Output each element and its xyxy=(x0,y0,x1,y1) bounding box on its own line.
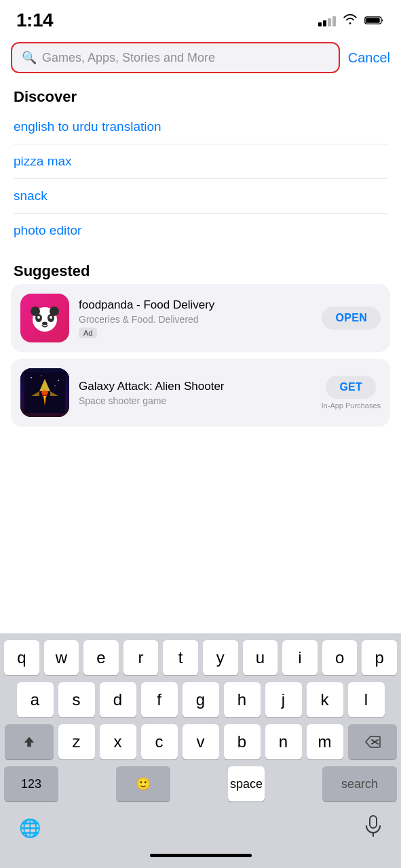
key-k[interactable]: k xyxy=(307,682,343,717)
list-item[interactable]: english to urdu translation xyxy=(14,110,387,144)
emoji-icon: 🙂 xyxy=(136,776,151,791)
search-key[interactable]: search xyxy=(322,766,397,802)
status-icons xyxy=(318,13,385,28)
key-z[interactable]: z xyxy=(58,724,95,760)
get-button-galaxy[interactable]: GET xyxy=(326,376,376,399)
key-u[interactable]: u xyxy=(243,640,278,675)
svg-point-7 xyxy=(37,316,40,319)
key-l[interactable]: l xyxy=(348,682,385,717)
key-row-3: z x c v b n m xyxy=(4,724,397,760)
svg-point-9 xyxy=(42,322,47,326)
home-bar xyxy=(150,854,252,857)
delete-key[interactable] xyxy=(348,724,397,760)
app-desc-foodpanda: Groceries & Food. Delivered xyxy=(79,314,312,325)
globe-icon[interactable]: 🌐 xyxy=(19,818,41,839)
search-icon: 🔍 xyxy=(22,50,37,65)
keyboard-rows: q w e r t y u i o p a s d f g h j k l xyxy=(0,633,401,810)
svg-point-11 xyxy=(31,377,32,378)
key-a[interactable]: a xyxy=(17,682,54,717)
key-g[interactable]: g xyxy=(183,682,219,717)
key-e[interactable]: e xyxy=(83,640,119,675)
key-v[interactable]: v xyxy=(183,724,219,760)
keyboard: q w e r t y u i o p a s d f g h j k l xyxy=(0,633,401,868)
list-item[interactable]: pizza max xyxy=(14,144,387,179)
panda-icon xyxy=(27,300,62,336)
home-indicator xyxy=(0,850,401,868)
key-d[interactable]: d xyxy=(100,682,136,717)
list-item[interactable]: photo editor xyxy=(14,214,387,248)
key-emoji[interactable]: 🙂 xyxy=(116,766,170,802)
search-bar-container: 🔍 Games, Apps, Stories and More Cancel xyxy=(0,37,401,81)
key-123[interactable]: 123 xyxy=(4,766,58,802)
key-j[interactable]: j xyxy=(265,682,302,717)
key-w[interactable]: w xyxy=(44,640,79,675)
key-f[interactable]: f xyxy=(141,682,178,717)
key-t[interactable]: t xyxy=(163,640,198,675)
key-h[interactable]: h xyxy=(224,682,261,717)
key-o[interactable]: o xyxy=(322,640,358,675)
app-action-foodpanda: OPEN xyxy=(322,307,381,330)
list-item[interactable]: snack xyxy=(14,179,387,214)
key-row-bottom: 123 🙂 space search xyxy=(4,766,397,802)
app-badge-foodpanda: Ad xyxy=(79,328,97,338)
battery-icon xyxy=(364,15,385,26)
galaxy-game-icon xyxy=(24,372,65,413)
key-x[interactable]: x xyxy=(100,724,136,760)
open-button-foodpanda[interactable]: OPEN xyxy=(322,307,381,330)
status-time: 1:14 xyxy=(16,9,53,31)
app-icon-foodpanda xyxy=(20,294,69,342)
key-y[interactable]: y xyxy=(203,640,238,675)
key-p[interactable]: p xyxy=(362,640,397,675)
search-input-wrapper[interactable]: 🔍 Games, Apps, Stories and More xyxy=(11,42,340,73)
key-row-1: q w e r t y u i o p xyxy=(4,640,397,675)
app-info-foodpanda: foodpanda - Food Delivery Groceries & Fo… xyxy=(79,298,312,338)
keyboard-bottom: 🌐 xyxy=(0,810,401,850)
shift-key[interactable] xyxy=(5,724,54,760)
wifi-icon xyxy=(343,13,358,28)
signal-icon xyxy=(318,14,336,26)
svg-point-12 xyxy=(58,380,59,381)
cancel-button[interactable]: Cancel xyxy=(348,50,390,66)
svg-rect-1 xyxy=(366,18,380,23)
key-c[interactable]: c xyxy=(141,724,178,760)
microphone-icon[interactable] xyxy=(364,815,382,842)
suggested-section: Suggested xyxy=(0,256,401,427)
search-input[interactable]: Games, Apps, Stories and More xyxy=(42,51,329,65)
app-item-galaxy[interactable]: Galaxy Attack: Alien Shooter Space shoot… xyxy=(11,359,390,427)
app-name-galaxy: Galaxy Attack: Alien Shooter xyxy=(79,379,312,394)
key-q[interactable]: q xyxy=(4,640,39,675)
discover-list: english to urdu translation pizza max sn… xyxy=(0,110,401,248)
key-row-2: a s d f g h j k l xyxy=(4,682,397,717)
app-item-foodpanda[interactable]: foodpanda - Food Delivery Groceries & Fo… xyxy=(11,284,390,352)
svg-rect-25 xyxy=(370,816,377,828)
in-app-text-galaxy: In-App Purchases xyxy=(322,401,381,410)
app-desc-galaxy: Space shooter game xyxy=(79,395,312,406)
discover-title: Discover xyxy=(0,81,401,110)
key-s[interactable]: s xyxy=(58,682,95,717)
key-m[interactable]: m xyxy=(307,724,343,760)
suggested-title: Suggested xyxy=(0,256,401,284)
app-action-galaxy: GET In-App Purchases xyxy=(322,376,381,410)
key-b[interactable]: b xyxy=(224,724,261,760)
svg-point-13 xyxy=(41,375,42,376)
svg-point-14 xyxy=(54,385,56,387)
key-r[interactable]: r xyxy=(123,640,159,675)
key-space[interactable]: space xyxy=(228,766,265,802)
app-list: foodpanda - Food Delivery Groceries & Fo… xyxy=(0,284,401,427)
app-icon-galaxy xyxy=(20,368,69,417)
svg-point-8 xyxy=(50,316,52,319)
key-i[interactable]: i xyxy=(282,640,318,675)
app-name-foodpanda: foodpanda - Food Delivery xyxy=(79,298,312,313)
galaxy-icon-inner xyxy=(20,368,69,417)
status-bar: 1:14 xyxy=(0,0,401,37)
app-info-galaxy: Galaxy Attack: Alien Shooter Space shoot… xyxy=(79,379,312,406)
key-n[interactable]: n xyxy=(265,724,302,760)
